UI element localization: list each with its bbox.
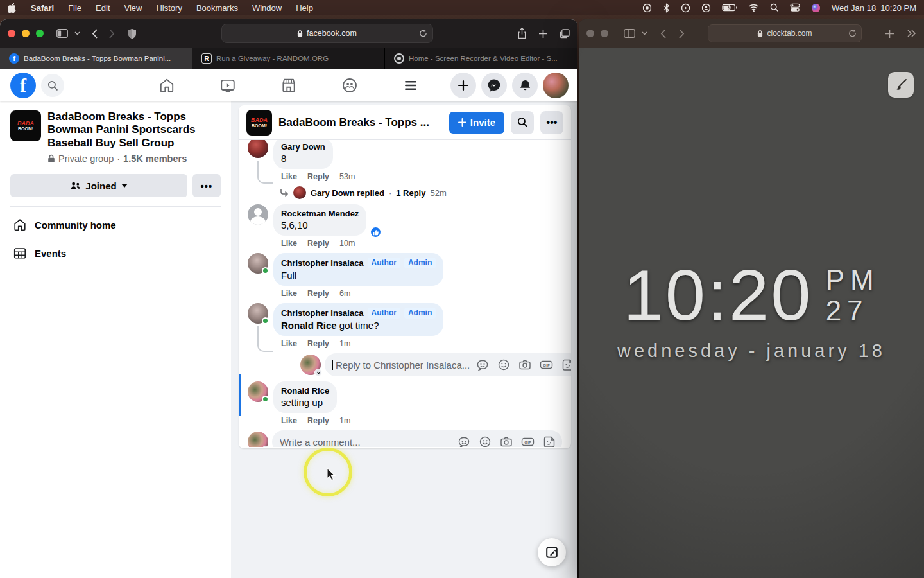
avatar[interactable]: [248, 140, 268, 158]
group-search-button[interactable]: [511, 111, 534, 134]
siri-icon[interactable]: [811, 3, 821, 13]
bluetooth-icon[interactable]: [663, 3, 670, 13]
comment-time[interactable]: 10m: [339, 239, 355, 248]
gif-icon[interactable]: GIF: [521, 435, 535, 447]
home-tab-icon[interactable]: [148, 77, 186, 94]
new-tab-icon[interactable]: [538, 29, 548, 39]
create-button[interactable]: [450, 73, 476, 98]
apple-icon[interactable]: [8, 3, 17, 13]
url-field[interactable]: clocktab.com: [708, 24, 862, 42]
search-button[interactable]: [41, 74, 64, 97]
sidebar-chevron-icon[interactable]: [642, 31, 647, 35]
minimize-button[interactable]: [22, 30, 30, 37]
battery-charging-icon[interactable]: [722, 4, 737, 12]
compose-post-button[interactable]: [538, 538, 566, 566]
comment-time[interactable]: 6m: [339, 289, 350, 298]
menu-window[interactable]: Window: [252, 3, 282, 13]
groups-tab-icon[interactable]: [330, 77, 369, 94]
menu-help[interactable]: Help: [296, 3, 313, 13]
like-button[interactable]: Like: [281, 289, 297, 298]
comment-time[interactable]: 1m: [339, 339, 350, 348]
sticker-icon[interactable]: [543, 435, 556, 447]
reply-input[interactable]: Reply to Christopher Insalaca... GIF: [325, 353, 571, 376]
avatar-sticker-icon[interactable]: [458, 435, 470, 447]
menu-clock[interactable]: Wed Jan 18 10:20 PM: [832, 3, 916, 13]
camera-icon[interactable]: [518, 358, 531, 371]
play-circle-icon[interactable]: [681, 3, 690, 13]
invite-button[interactable]: Invite: [449, 112, 504, 134]
close-button[interactable]: [8, 30, 15, 37]
group-more-button[interactable]: •••: [193, 174, 221, 197]
like-reaction-badge[interactable]: [370, 226, 382, 238]
toolbar-overflow-icon[interactable]: [907, 30, 916, 37]
like-button[interactable]: Like: [281, 416, 297, 425]
comment-bubble[interactable]: Rocketman Mendez 5,6,10: [273, 204, 366, 236]
share-icon[interactable]: [517, 28, 527, 39]
gif-icon[interactable]: GIF: [540, 358, 553, 371]
spotlight-icon[interactable]: [770, 3, 779, 12]
reply-button[interactable]: Reply: [307, 239, 329, 248]
comment-bubble[interactable]: Ronald Rice setting up: [273, 381, 337, 413]
sidebar-toggle-icon[interactable]: [624, 29, 635, 38]
control-center-icon[interactable]: [790, 3, 800, 12]
comment-bubble[interactable]: Christopher Insalaca Author Admin Ronald…: [273, 303, 443, 336]
reload-icon[interactable]: [848, 29, 857, 38]
reply-summary[interactable]: Gary Down replied · 1 Reply 52m: [280, 186, 447, 199]
menu-tab-icon[interactable]: [391, 78, 430, 93]
reply-button[interactable]: Reply: [307, 172, 329, 181]
menu-file[interactable]: File: [68, 3, 81, 13]
group-header-more-button[interactable]: •••: [540, 111, 563, 134]
theme-brush-button[interactable]: [888, 72, 914, 98]
facebook-logo[interactable]: f: [10, 73, 36, 98]
comment-bubble[interactable]: Christopher Insalaca Author Admin Full: [273, 253, 443, 286]
menu-history[interactable]: History: [156, 3, 182, 13]
sidebar-chevron-icon[interactable]: [74, 31, 80, 35]
comment-time[interactable]: 53m: [339, 172, 355, 181]
forward-button[interactable]: [109, 29, 115, 39]
avatar-sticker-icon[interactable]: [476, 358, 489, 371]
emoji-icon[interactable]: [479, 435, 492, 447]
menu-app-name[interactable]: Safari: [31, 3, 54, 13]
marketplace-tab-icon[interactable]: [270, 77, 308, 94]
screen-record-icon[interactable]: [642, 3, 652, 13]
tab-overview-icon[interactable]: [560, 29, 570, 39]
forward-button[interactable]: [679, 29, 685, 39]
joined-button[interactable]: Joined: [10, 174, 187, 197]
avatar[interactable]: [248, 204, 268, 225]
avatar[interactable]: [248, 432, 268, 447]
emoji-icon[interactable]: [497, 358, 510, 371]
minimize-button[interactable]: [586, 30, 594, 37]
tab-random-org[interactable]: R Run a Giveaway - RANDOM.ORG: [193, 48, 385, 69]
zoom-button[interactable]: [36, 30, 44, 37]
url-field[interactable]: facebook.com: [221, 24, 433, 43]
reload-icon[interactable]: [419, 29, 427, 38]
tab-screen-recorder[interactable]: Home - Screen Recorder & Video Editor - …: [385, 48, 578, 69]
comment-input[interactable]: Write a comment... GIF: [272, 430, 562, 447]
zoom-button[interactable]: [601, 30, 608, 37]
comment-time[interactable]: 1m: [339, 416, 350, 425]
like-button[interactable]: Like: [281, 239, 297, 248]
new-tab-icon[interactable]: [885, 29, 894, 39]
menu-view[interactable]: View: [124, 3, 142, 13]
profile-avatar[interactable]: [543, 73, 569, 98]
privacy-shield-icon[interactable]: [128, 28, 137, 39]
menu-bookmarks[interactable]: Bookmarks: [196, 3, 238, 13]
user-switch-icon[interactable]: [701, 3, 711, 13]
reply-button[interactable]: Reply: [307, 289, 329, 298]
menu-edit[interactable]: Edit: [96, 3, 110, 13]
reply-button[interactable]: Reply: [307, 416, 329, 425]
messenger-button[interactable]: [481, 73, 507, 98]
watch-tab-icon[interactable]: [209, 77, 247, 94]
like-button[interactable]: Like: [281, 172, 297, 181]
reply-button[interactable]: Reply: [307, 339, 329, 348]
tab-facebook[interactable]: f BadaBoom Breaks - Topps Bowman Panini.…: [0, 48, 193, 69]
like-button[interactable]: Like: [281, 339, 297, 348]
sidebar-item-community-home[interactable]: Community home: [10, 211, 221, 239]
camera-icon[interactable]: [500, 435, 513, 447]
mention-link[interactable]: Ronald Rice: [281, 320, 337, 331]
sidebar-item-events[interactable]: Events: [10, 239, 221, 267]
wifi-icon[interactable]: [748, 4, 759, 12]
comment-bubble[interactable]: Gary Down 8: [273, 140, 333, 169]
notifications-button[interactable]: [512, 73, 538, 98]
back-button[interactable]: [660, 29, 666, 39]
